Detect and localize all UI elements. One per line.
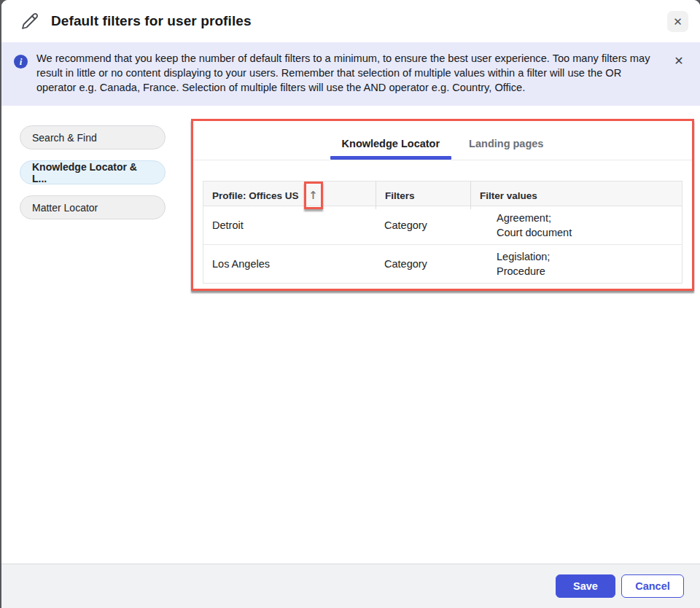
sidebar-item-knowledge-locator-l[interactable]: Knowledge Locator & L... — [20, 160, 166, 184]
column-header-profile[interactable]: Profile: Offices US ↑ — [203, 182, 376, 209]
dialog-header: Default filters for user profiles ✕ — [1, 0, 700, 42]
info-banner-close-button[interactable]: ✕ — [670, 52, 688, 69]
sort-annotation-box[interactable]: ↑ — [304, 182, 323, 209]
sidebar-item-search-find[interactable]: Search & Find — [20, 125, 166, 149]
default-filters-dialog: Default filters for user profiles ✕ i We… — [1, 0, 700, 608]
close-icon: ✕ — [673, 15, 682, 28]
dialog-close-button[interactable]: ✕ — [667, 11, 688, 32]
locator-tabbar: Knowledge Locator Landing pages — [193, 121, 692, 160]
sidebar-item-matter-locator[interactable]: Matter Locator — [20, 195, 166, 219]
annotation-rectangle: Knowledge Locator Landing pages Profile:… — [191, 119, 694, 291]
cell-profile: Los Angeles — [203, 254, 376, 274]
profiles-table: Profile: Offices US ↑ Filters Filter val… — [203, 181, 682, 284]
profiles-table-body: Detroit Category Agreement;Court documen… — [203, 206, 682, 283]
cancel-button[interactable]: Cancel — [621, 574, 684, 598]
profile-sidebar: Search & Find Knowledge Locator & L... M… — [20, 125, 166, 230]
dialog-body: Search & Find Knowledge Locator & L... M… — [1, 106, 700, 564]
cell-filter-values: Legislation;Procedure — [470, 245, 682, 283]
dialog-footer: Save Cancel — [1, 564, 700, 608]
info-banner-text: We recommend that you keep the number of… — [36, 51, 659, 95]
table-row[interactable]: Los Angeles Category Legislation;Procedu… — [203, 244, 682, 283]
info-banner: i We recommend that you keep the number … — [1, 42, 700, 106]
column-header-filters[interactable]: Filters — [376, 182, 470, 209]
close-icon: ✕ — [674, 54, 683, 68]
cell-filters: Category — [376, 254, 470, 274]
info-icon: i — [14, 55, 28, 69]
column-header-filter-values[interactable]: Filter values — [470, 182, 682, 209]
profiles-table-header: Profile: Offices US ↑ Filters Filter val… — [203, 182, 682, 206]
save-button[interactable]: Save — [556, 574, 615, 598]
sort-ascending-icon: ↑ — [308, 189, 318, 202]
cell-profile: Detroit — [203, 215, 376, 235]
table-row[interactable]: Detroit Category Agreement;Court documen… — [203, 206, 682, 244]
edit-pencil-icon — [20, 12, 39, 31]
tab-landing-pages[interactable]: Landing pages — [457, 138, 555, 160]
cell-filter-values: Agreement;Court document — [470, 206, 682, 244]
tab-knowledge-locator[interactable]: Knowledge Locator — [330, 138, 452, 160]
dialog-title: Default filters for user profiles — [51, 13, 252, 29]
cell-filters: Category — [376, 215, 470, 235]
